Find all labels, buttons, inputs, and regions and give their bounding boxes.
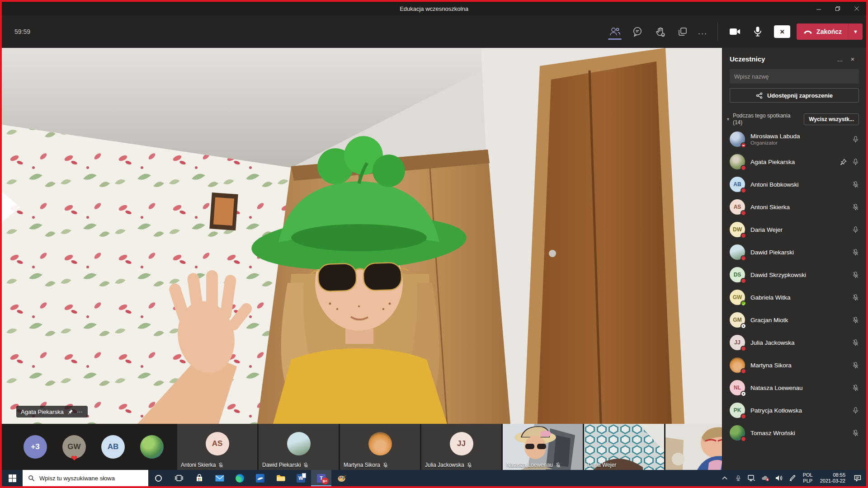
tray-network-icon[interactable] — [745, 470, 759, 486]
tray-pen-icon[interactable] — [786, 470, 799, 486]
more-actions-button[interactable]: ... — [695, 27, 710, 37]
microsoft-store-button[interactable] — [189, 470, 209, 486]
mute-all-button[interactable]: Wycisz wszystk... — [804, 113, 859, 125]
tray-mic-icon[interactable] — [731, 470, 745, 486]
participant-name: Gabriela Witka — [750, 294, 849, 301]
start-button[interactable] — [2, 470, 23, 486]
file-explorer-button[interactable] — [270, 470, 291, 486]
paint-button[interactable] — [331, 470, 352, 486]
share-content-button[interactable] — [673, 22, 693, 42]
collapse-caret-icon[interactable]: ▼ — [726, 117, 730, 122]
participant-row[interactable]: JJ Julia Jackowska — [730, 331, 859, 354]
pin-icon[interactable] — [840, 159, 847, 165]
tile-name: Martyna Sikora — [344, 462, 380, 468]
video-more-button[interactable]: ⋯ — [77, 408, 83, 415]
tile-julia-jackowska[interactable]: JJ Julia Jackowska — [421, 424, 501, 470]
share-invite-button[interactable]: Udostępnij zaproszenie — [730, 88, 859, 103]
participant-row[interactable]: Agata Piekarska — [730, 150, 859, 173]
participant-row[interactable]: GW Gabriela Witka — [730, 286, 859, 309]
participant-row[interactable]: DS Dawid Skrzypkowski — [730, 263, 859, 286]
participant-row[interactable]: AS Antoni Skierka — [730, 196, 859, 218]
mic-on-icon[interactable] — [852, 136, 859, 143]
minimize-button[interactable] — [809, 2, 828, 15]
tile-dawid-piekarski[interactable]: Dawid Piekarski — [259, 424, 339, 470]
avatar-gabriela[interactable]: GW ❤ — [62, 435, 86, 459]
participant-row[interactable]: Dawid Piekarski — [730, 241, 859, 263]
tile-daria-video[interactable]: Daria Wejer — [584, 424, 664, 470]
mic-toggle-button[interactable] — [748, 22, 768, 42]
camera-toggle-button[interactable] — [725, 22, 745, 42]
avatar: DW — [730, 222, 745, 237]
cortana-button[interactable] — [148, 470, 169, 486]
tile-teacher-video[interactable] — [665, 424, 722, 470]
mail-button[interactable] — [209, 470, 230, 486]
teams-button[interactable]: T 9+ — [311, 470, 331, 486]
close-button[interactable] — [847, 2, 866, 15]
presence-away — [741, 323, 746, 329]
participant-row[interactable]: DW Daria Wejer — [730, 218, 859, 241]
presence-busy — [741, 278, 746, 284]
raise-hand-button[interactable] — [650, 22, 670, 42]
leave-options-chevron[interactable]: ▼ — [849, 29, 863, 34]
presence-busy — [741, 233, 746, 239]
avatar-antoni-b[interactable]: AB — [101, 435, 125, 459]
mic-off-icon[interactable] — [852, 249, 859, 256]
mic-on-icon[interactable] — [852, 226, 859, 234]
taskbar-search-box[interactable]: Wpisz tu wyszukiwane słowa — [23, 470, 148, 486]
participant-row[interactable]: AB Antoni Bobkowski — [730, 173, 859, 196]
participant-row[interactable]: NL Natasza Loewenau — [730, 376, 859, 399]
mic-off-icon[interactable] — [852, 339, 859, 347]
tile-martyna-sikora[interactable]: Martyna Sikora — [340, 424, 420, 470]
restore-button[interactable] — [828, 2, 847, 15]
main-video-agata[interactable]: Agata Piekarska ⋯ — [2, 48, 722, 424]
participants-toggle-button[interactable] — [605, 22, 625, 42]
tray-volume-icon[interactable] — [772, 470, 786, 486]
window-controls — [809, 2, 866, 15]
leave-main[interactable]: Zakończ — [797, 28, 848, 35]
pinned-video-label: Agata Piekarska ⋯ — [16, 406, 88, 418]
mic-off-icon[interactable] — [852, 384, 859, 392]
avatar: GM — [730, 312, 745, 328]
tile-antoni-skierka[interactable]: AS Antoni Skierka — [177, 424, 257, 470]
panel-close-button[interactable]: × — [846, 55, 859, 63]
mic-off-icon[interactable] — [852, 361, 859, 369]
overflow-participants-badge[interactable]: +3 — [24, 435, 47, 459]
leave-label: Zakończ — [816, 28, 842, 35]
mic-off-icon[interactable] — [852, 203, 859, 211]
paint3d-button[interactable] — [250, 470, 270, 486]
panel-more-button[interactable]: ... — [834, 55, 846, 63]
presence-dnd — [741, 142, 746, 148]
participant-row[interactable]: Tomasz Wroński — [730, 422, 859, 444]
clock[interactable]: 08:55 2021-03-22 — [816, 470, 849, 486]
stop-share-button[interactable]: ✕ — [774, 25, 790, 38]
participant-row[interactable]: Mirosława Labuda Organizator — [730, 128, 859, 150]
edge-button[interactable] — [230, 470, 250, 486]
participant-row[interactable]: PK Patrycja Kotłowska — [730, 399, 859, 422]
panel-section-header: ▼ Podczas tego spotkania (14) Wycisz wsz… — [730, 113, 859, 126]
mic-off-icon[interactable] — [852, 181, 859, 188]
avatar-tomasz-photo[interactable] — [140, 435, 164, 459]
mic-on-icon[interactable] — [852, 158, 859, 166]
mic-off-icon[interactable] — [852, 316, 859, 324]
language-indicator[interactable]: POL PLP — [799, 470, 816, 486]
meeting-main: Agata Piekarska ⋯ +3 GW ❤ AB — [2, 48, 866, 470]
mic-on-icon[interactable] — [852, 407, 859, 414]
participant-search-input[interactable] — [730, 69, 859, 84]
avatar: NL — [730, 380, 745, 395]
tile-natasza-video[interactable]: Natasza Loewenau — [503, 424, 583, 470]
mic-off-icon[interactable] — [852, 294, 859, 301]
task-view-button[interactable] — [169, 470, 189, 486]
pinned-name: Agata Piekarska — [21, 408, 64, 415]
word-button[interactable]: W — [291, 470, 311, 486]
action-center-button[interactable] — [849, 470, 866, 486]
tray-onedrive-icon[interactable] — [759, 470, 772, 486]
mic-off-icon[interactable] — [852, 429, 859, 437]
toolbar-divider — [717, 23, 718, 41]
hangup-icon — [803, 29, 813, 34]
participant-row[interactable]: GM Gracjan Miotk — [730, 309, 859, 331]
mic-off-icon[interactable] — [852, 271, 859, 279]
tray-chevron-button[interactable] — [718, 470, 731, 486]
chat-toggle-button[interactable] — [627, 22, 647, 42]
leave-meeting-button[interactable]: Zakończ ▼ — [797, 23, 863, 40]
participant-row[interactable]: Martyna Sikora — [730, 354, 859, 376]
